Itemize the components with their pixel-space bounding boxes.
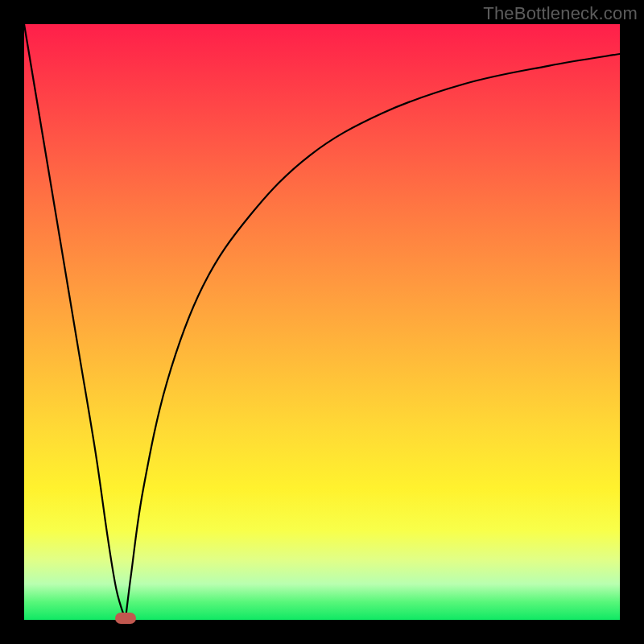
chart-frame: TheBottleneck.com (0, 0, 644, 644)
watermark-text: TheBottleneck.com (483, 3, 638, 24)
curve-layer (24, 24, 620, 620)
left-branch-curve (24, 24, 126, 620)
right-branch-curve (126, 54, 620, 620)
plot-area (24, 24, 620, 620)
minimum-marker (115, 613, 136, 624)
